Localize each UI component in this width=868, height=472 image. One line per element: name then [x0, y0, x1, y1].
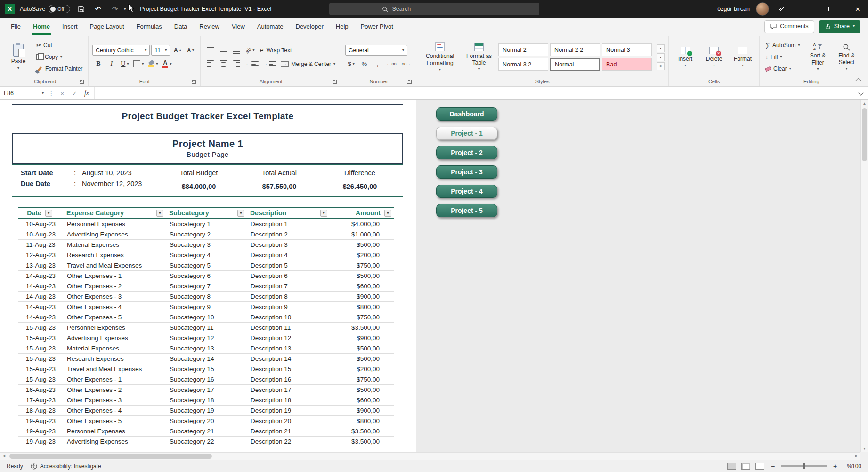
cell-description[interactable]: Description 13	[247, 345, 330, 352]
cell-expense-category[interactable]: Other Expenses - 4	[63, 407, 166, 414]
cell-subcategory[interactable]: Subcategory 9	[166, 303, 247, 310]
cell-subcategory[interactable]: Subcategory 22	[166, 438, 247, 445]
increase-decimal-button[interactable]: ←.00	[385, 58, 398, 69]
cell-subcategory[interactable]: Subcategory 14	[166, 355, 247, 362]
search-box[interactable]: Search	[329, 3, 539, 15]
borders-button[interactable]: ▾	[132, 58, 145, 69]
cell-expense-category[interactable]: Other Expenses - 1	[63, 376, 166, 383]
user-name[interactable]: özgür bircan	[717, 6, 750, 12]
cell-date[interactable]: 15-Aug-23	[18, 345, 63, 352]
cell-subcategory[interactable]: Subcategory 15	[166, 366, 247, 373]
cell-subcategory[interactable]: Subcategory 4	[166, 252, 247, 259]
filter-button[interactable]: ▼	[45, 210, 52, 217]
cell-subcategory[interactable]: Subcategory 18	[166, 397, 247, 404]
cell-expense-category[interactable]: Advertising Expenses	[63, 334, 166, 342]
vertical-scroll-thumb[interactable]	[862, 108, 867, 161]
cell-subcategory[interactable]: Subcategory 21	[166, 428, 247, 435]
style-bad[interactable]: Bad	[602, 58, 652, 71]
filter-button[interactable]: ▼	[320, 210, 327, 217]
cell-amount[interactable]: $500,00	[330, 272, 394, 279]
page-break-view-button[interactable]	[755, 463, 764, 470]
cell-amount[interactable]: $3.500,00	[330, 428, 394, 435]
tab-formulas[interactable]: Formulas	[130, 18, 168, 35]
page-layout-view-button[interactable]	[741, 463, 750, 470]
cell-description[interactable]: Description 9	[247, 303, 330, 310]
cell-expense-category[interactable]: Research Expenses	[63, 355, 166, 362]
cell-amount[interactable]: $750,00	[330, 314, 394, 321]
cell-subcategory[interactable]: Subcategory 1	[166, 220, 247, 228]
cell-date[interactable]: 19-Aug-23	[18, 417, 63, 424]
font-name-combo[interactable]: Century Gothic▾	[92, 45, 150, 56]
cell-expense-category[interactable]: Other Expenses - 2	[63, 283, 166, 290]
cell-subcategory[interactable]: Subcategory 13	[166, 345, 247, 352]
cell-description[interactable]: Description 1	[247, 220, 330, 228]
cell-description[interactable]: Description 5	[247, 262, 330, 269]
zoom-out-button[interactable]: −	[770, 463, 776, 470]
cell-expense-category[interactable]: Personnel Expenses	[63, 220, 166, 228]
alignment-dialog-launcher[interactable]	[333, 80, 337, 84]
cancel-entry-button[interactable]: ×	[57, 90, 68, 97]
name-box[interactable]: L86 ▾	[0, 87, 48, 99]
cell-subcategory[interactable]: Subcategory 19	[166, 407, 247, 414]
project-nav-button[interactable]: Project - 5	[436, 204, 497, 217]
fill-color-button[interactable]: ▾	[146, 58, 159, 69]
cell-expense-category[interactable]: Other Expenses - 4	[63, 303, 166, 310]
decrease-indent-button[interactable]: ←	[244, 58, 260, 69]
vertical-scrollbar[interactable]: ▲ ▼	[860, 100, 868, 452]
sort-filter-button[interactable]: AZ Sort & Filter ▾	[805, 38, 830, 76]
project-nav-button[interactable]: Project - 3	[436, 165, 497, 179]
cell-date[interactable]: 14-Aug-23	[18, 293, 63, 300]
cell-amount[interactable]: $600,00	[330, 397, 394, 404]
minimize-button[interactable]	[794, 0, 814, 18]
cell-amount[interactable]: $3.500,00	[330, 324, 394, 331]
filter-button[interactable]: ▼	[384, 210, 391, 217]
cell-expense-category[interactable]: Advertising Expenses	[63, 231, 166, 238]
zoom-slider[interactable]	[781, 465, 827, 467]
cell-date[interactable]: 15-Aug-23	[18, 366, 63, 373]
cell-description[interactable]: Description 22	[247, 438, 330, 445]
align-center-button[interactable]	[218, 58, 229, 69]
cell-date[interactable]: 14-Aug-23	[18, 272, 63, 279]
cell-date[interactable]: 15-Aug-23	[18, 334, 63, 342]
cell-amount[interactable]: $750,00	[330, 262, 394, 269]
cell-description[interactable]: Description 19	[247, 407, 330, 414]
cell-expense-category[interactable]: Personnel Expenses	[63, 428, 166, 435]
cell-description[interactable]: Description 21	[247, 428, 330, 435]
save-button[interactable]	[75, 2, 87, 16]
zoom-level[interactable]: %100	[844, 463, 861, 470]
cell-description[interactable]: Description 10	[247, 314, 330, 321]
autosave-control[interactable]: AutoSave Off	[20, 5, 70, 13]
maximize-button[interactable]	[820, 0, 841, 18]
number-dialog-launcher[interactable]	[407, 80, 412, 84]
fill-button[interactable]: ↓Fill▾	[763, 52, 802, 63]
excel-logo-icon[interactable]: X	[5, 4, 15, 14]
expand-formula-bar-button[interactable]	[854, 87, 868, 99]
cell-amount[interactable]: $750,00	[330, 376, 394, 383]
project-nav-button[interactable]: Project - 2	[436, 146, 497, 159]
redo-button[interactable]: ↷	[109, 2, 121, 16]
cell-description[interactable]: Description 14	[247, 355, 330, 362]
cell-amount[interactable]: $200,00	[330, 366, 394, 373]
cell-date[interactable]: 14-Aug-23	[18, 303, 63, 310]
cell-amount[interactable]: $600,00	[330, 283, 394, 290]
font-dialog-launcher[interactable]	[192, 80, 196, 84]
cell-amount[interactable]: $1.000,00	[330, 231, 394, 238]
tab-data[interactable]: Data	[168, 18, 193, 35]
cell-description[interactable]: Description 4	[247, 252, 330, 259]
number-format-combo[interactable]: General▾	[345, 45, 407, 56]
cell-expense-category[interactable]: Other Expenses - 2	[63, 386, 166, 393]
cell-date[interactable]: 15-Aug-23	[18, 355, 63, 362]
cell-subcategory[interactable]: Subcategory 16	[166, 376, 247, 383]
scroll-down-icon[interactable]: ▼	[861, 447, 868, 451]
copy-button[interactable]: Copy▾	[34, 52, 84, 63]
increase-indent-button[interactable]: →	[261, 58, 277, 69]
close-button[interactable]: ×	[847, 0, 868, 18]
cell-amount[interactable]: $800,00	[330, 417, 394, 424]
align-top-button[interactable]	[204, 45, 216, 56]
cell-subcategory[interactable]: Subcategory 5	[166, 262, 247, 269]
cell-amount[interactable]: $500,00	[330, 241, 394, 248]
cell-expense-category[interactable]: Advertising Expenses	[63, 438, 166, 445]
cell-expense-category[interactable]: Other Expenses - 1	[63, 272, 166, 279]
cell-amount[interactable]: $900,00	[330, 293, 394, 300]
conditional-formatting-button[interactable]: Conditional Formatting ▾	[420, 38, 460, 76]
